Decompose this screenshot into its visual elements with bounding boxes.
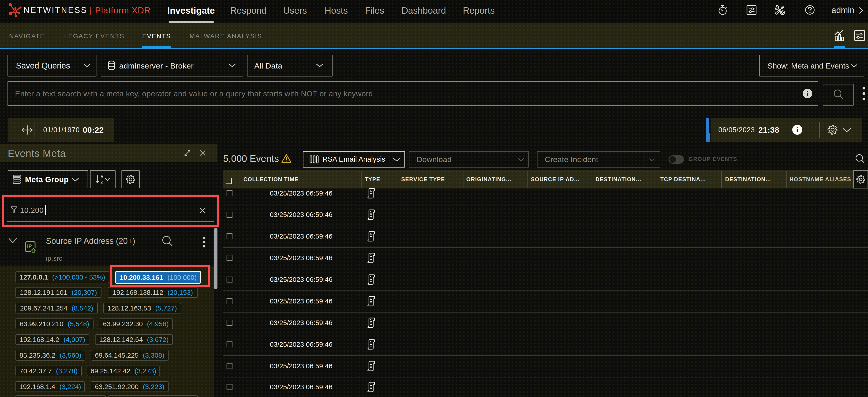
svg-text:A: A [100,175,103,179]
svg-text:Z: Z [100,180,103,185]
